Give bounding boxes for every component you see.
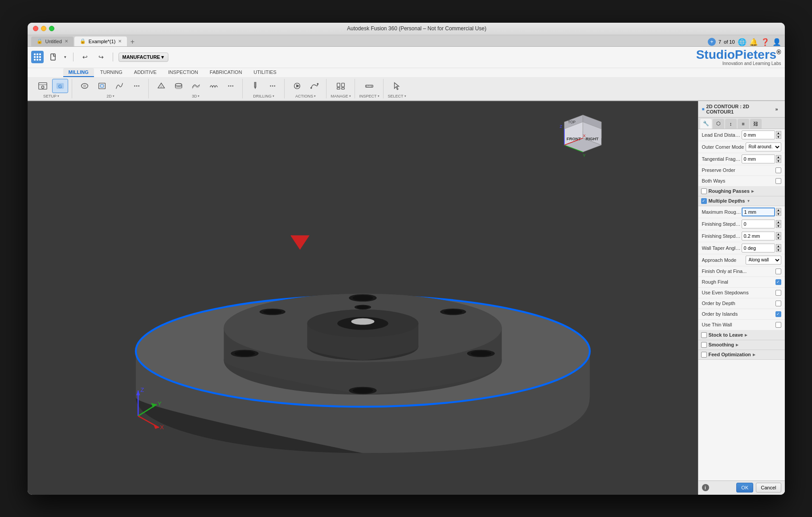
viewport[interactable]: Z Y X bbox=[28, 101, 698, 495]
undo-button[interactable]: ↩ bbox=[79, 52, 91, 62]
dropdown-arrow[interactable]: ▾ bbox=[63, 52, 68, 62]
outer-corner-mode-select[interactable]: Roll around... Sharp Chamfer bbox=[746, 142, 781, 151]
file-button[interactable] bbox=[47, 52, 60, 62]
panel-expand-icon[interactable]: » bbox=[772, 105, 781, 113]
stock-to-leave-checkbox[interactable] bbox=[701, 332, 707, 338]
preserve-order-checkbox[interactable] bbox=[775, 167, 781, 173]
panel-tab-linking[interactable]: ⛓ bbox=[750, 119, 762, 129]
tangential-frag-input[interactable] bbox=[742, 155, 775, 163]
ribbon-tab-turning[interactable]: TURNING bbox=[95, 68, 128, 77]
spinner-down-5[interactable]: ▼ bbox=[776, 236, 781, 240]
drill-icon[interactable] bbox=[247, 79, 263, 93]
spinner-down-4[interactable]: ▼ bbox=[776, 224, 781, 228]
2d-pocket-icon[interactable] bbox=[77, 79, 93, 93]
use-even-stepdowns-checkbox[interactable] bbox=[775, 290, 781, 296]
bell-icon[interactable]: 🔔 bbox=[749, 38, 758, 46]
multiple-depths-checkbox[interactable] bbox=[701, 198, 707, 204]
spinner-down-3[interactable]: ▼ bbox=[776, 212, 781, 216]
svg-point-23 bbox=[272, 85, 273, 86]
measure-icon[interactable] bbox=[361, 79, 377, 93]
2d-more-icon[interactable] bbox=[129, 79, 145, 93]
3d-contour-icon[interactable] bbox=[188, 79, 204, 93]
setup-g-icon[interactable]: G bbox=[52, 79, 68, 93]
globe-icon[interactable]: 🌐 bbox=[738, 38, 747, 46]
spinner-up-2[interactable]: ▲ bbox=[776, 155, 781, 159]
svg-text:X: X bbox=[583, 134, 586, 138]
toolpath-icon[interactable] bbox=[306, 79, 322, 93]
tab-close-example[interactable]: ✕ bbox=[118, 39, 122, 44]
help-icon[interactable]: ❓ bbox=[761, 38, 770, 46]
tab-example[interactable]: 🔒 Example*(1) ✕ bbox=[74, 37, 127, 46]
max-roughing-input[interactable] bbox=[742, 208, 775, 216]
spinner-down-2[interactable]: ▼ bbox=[776, 159, 781, 163]
simulate-icon[interactable] bbox=[289, 79, 305, 93]
trademark: ® bbox=[776, 48, 781, 55]
tab-close-untitled[interactable]: ✕ bbox=[65, 39, 68, 44]
ribbon-tab-fabrication[interactable]: FABRICATION bbox=[204, 68, 248, 77]
multiple-depths-chevron: ▼ bbox=[747, 199, 750, 203]
feed-optimization-checkbox[interactable] bbox=[701, 352, 707, 358]
info-button[interactable]: i bbox=[702, 484, 709, 491]
user-icon[interactable]: 👤 bbox=[772, 38, 781, 46]
panel-tab-tool[interactable]: 🔧 bbox=[700, 119, 712, 129]
toolbar-top: ▾ ↩ ↪ MANUFACTURE ▾ StudioPieters® Innov… bbox=[28, 47, 785, 68]
smoothing-checkbox[interactable] bbox=[701, 342, 707, 348]
ribbon-tab-inspection[interactable]: INSPECTION bbox=[163, 68, 204, 77]
close-button[interactable] bbox=[33, 26, 38, 31]
rough-final-checkbox[interactable] bbox=[775, 279, 781, 285]
fullscreen-button[interactable] bbox=[49, 26, 54, 31]
spinner-up[interactable]: ▲ bbox=[776, 131, 781, 135]
field-wall-taper: Wall Taper Angle (u... ▲ ▼ bbox=[698, 242, 785, 254]
smoothing-section[interactable]: Smoothing ▶ bbox=[698, 340, 785, 350]
finishing-stepdown-input[interactable] bbox=[742, 232, 775, 240]
use-thin-wall-checkbox[interactable] bbox=[775, 322, 781, 328]
tab-untitled[interactable]: 🔒 Untitled ✕ bbox=[31, 37, 73, 46]
manufacture-mode-button[interactable]: MANUFACTURE ▾ bbox=[118, 53, 168, 62]
panel-tab-geometry[interactable]: ⬡ bbox=[713, 119, 724, 129]
finishing-stepdowns-input[interactable] bbox=[742, 220, 775, 228]
drill-more-icon[interactable] bbox=[265, 79, 281, 93]
new-tab-button[interactable]: + bbox=[128, 37, 137, 46]
spinner-down[interactable]: ▼ bbox=[776, 135, 781, 139]
both-ways-checkbox[interactable] bbox=[775, 178, 781, 184]
right-panel: ■ 2D CONTOUR : 2D CONTOUR1 » 🔧 ⬡ ↕ ≡ ⛓ L… bbox=[698, 101, 785, 495]
field-preserve-order: Preserve Order bbox=[698, 165, 785, 176]
2d-adaptive-icon[interactable] bbox=[111, 79, 127, 93]
3d-scallop-icon[interactable] bbox=[205, 79, 221, 93]
order-by-islands-checkbox[interactable] bbox=[775, 311, 781, 317]
cancel-button[interactable]: Cancel bbox=[756, 483, 781, 493]
redo-button[interactable]: ↪ bbox=[95, 52, 107, 62]
select-icon[interactable] bbox=[389, 79, 405, 93]
setup-icon[interactable] bbox=[35, 79, 51, 93]
spinner-up-5[interactable]: ▲ bbox=[776, 232, 781, 236]
minimize-button[interactable] bbox=[41, 26, 46, 31]
order-by-depth-checkbox[interactable] bbox=[775, 301, 781, 306]
multiple-depths-section[interactable]: Multiple Depths ▼ bbox=[698, 196, 785, 206]
spinner-up-4[interactable]: ▲ bbox=[776, 220, 781, 224]
page-add-icon[interactable]: + bbox=[708, 38, 716, 46]
2d-contour-icon[interactable] bbox=[94, 79, 110, 93]
spinner-down-6[interactable]: ▼ bbox=[776, 248, 781, 252]
svg-point-59 bbox=[470, 350, 491, 356]
manage-icon[interactable] bbox=[333, 79, 349, 93]
stock-to-leave-section[interactable]: Stock to Leave ▶ bbox=[698, 330, 785, 340]
3d-adaptive-icon[interactable] bbox=[153, 79, 169, 93]
spinner-up-6[interactable]: ▲ bbox=[776, 244, 781, 248]
ribbon-tab-milling[interactable]: MILLING bbox=[63, 68, 94, 77]
panel-tab-heights[interactable]: ↕ bbox=[725, 119, 737, 129]
app-menu-button[interactable] bbox=[31, 51, 44, 63]
approach-mode-select[interactable]: Along wall Along tool axis bbox=[746, 256, 781, 265]
roughing-passes-checkbox[interactable] bbox=[701, 188, 707, 194]
ribbon-tab-additive[interactable]: ADDITIVE bbox=[129, 68, 162, 77]
ok-button[interactable]: OK bbox=[736, 483, 753, 493]
3d-more2-icon[interactable] bbox=[223, 79, 239, 93]
lead-end-distance-input[interactable] bbox=[742, 130, 775, 139]
roughing-passes-section[interactable]: Roughing Passes ▶ bbox=[698, 187, 785, 196]
panel-tab-passes[interactable]: ≡ bbox=[738, 119, 749, 129]
ribbon-tab-utilities[interactable]: UTILITIES bbox=[248, 68, 282, 77]
3d-pocket-icon[interactable] bbox=[171, 79, 187, 93]
spinner-up-3[interactable]: ▲ bbox=[776, 208, 781, 212]
finish-only-checkbox[interactable] bbox=[775, 269, 781, 274]
wall-taper-input[interactable] bbox=[742, 244, 775, 252]
feed-optimization-section[interactable]: Feed Optimization ▶ bbox=[698, 350, 785, 360]
